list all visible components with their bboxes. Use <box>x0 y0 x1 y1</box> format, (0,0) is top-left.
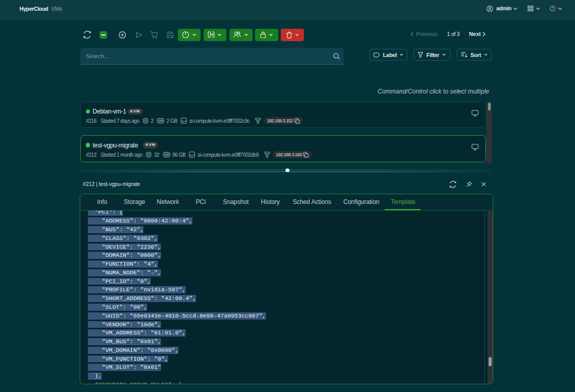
svg-text:RAM: RAM <box>164 154 169 156</box>
svg-text:RAM: RAM <box>158 120 164 122</box>
